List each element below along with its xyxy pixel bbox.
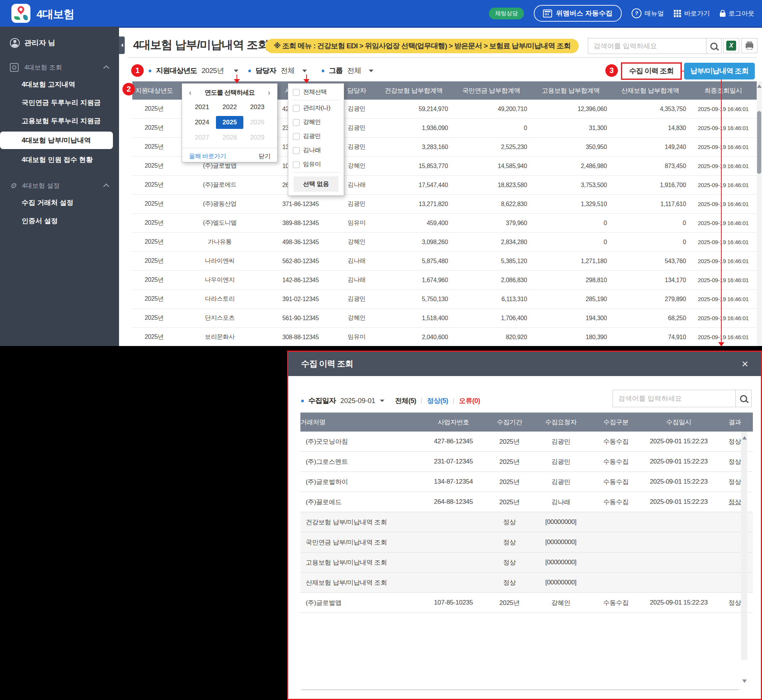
auto-collect-button[interactable]: 위멤버스 자동수집	[534, 5, 622, 22]
table-row[interactable]: 2025년나우이엔지142-86-12345김나래1,674,9602,086,…	[132, 271, 757, 290]
chevron-up-icon[interactable]	[103, 184, 110, 190]
year-option[interactable]: 2027	[188, 131, 216, 144]
manager-option[interactable]: 임유미	[288, 157, 344, 171]
manual-button[interactable]: ? 매뉴얼	[632, 8, 664, 18]
chevron-down-icon[interactable]	[234, 70, 238, 72]
cell: 김나래	[530, 498, 591, 506]
tab-all[interactable]: 전체(5)	[395, 396, 416, 405]
history-row[interactable]: (주)글로벌하이134-87-123542025년김광민수동수집2025-09-…	[300, 472, 753, 492]
sidebar-item[interactable]: 4대보험 납부/미납내역	[0, 132, 113, 149]
manager-option[interactable]: 김광민	[288, 129, 344, 143]
tab-error[interactable]: 오류(0)	[459, 396, 480, 405]
tab-normal[interactable]: 정상(5)	[427, 396, 448, 405]
collect-history-button[interactable]: 수집 이력 조회	[622, 63, 681, 79]
close-icon[interactable]: ×	[741, 358, 748, 370]
filter-year: 지원대상년도 2025년	[149, 64, 238, 78]
history-row[interactable]: 고용보험 납부/미납내역 조회정상[00000000]	[300, 552, 753, 573]
checkbox-icon[interactable]	[293, 119, 300, 126]
table-row[interactable]: 2025년나라이엔씨562-80-12345김나래5,875,4805,385,…	[132, 252, 757, 271]
chevron-up-icon[interactable]	[103, 65, 110, 71]
sidebar-item[interactable]: 4대보험 민원 접수 현황	[0, 151, 119, 168]
print-button[interactable]	[741, 38, 757, 53]
goto-this-year-link[interactable]: 올해 바로가기	[189, 152, 226, 160]
table-row[interactable]: 2025년(주)광동산업371-86-12345김광민13,271,8208,6…	[132, 195, 757, 214]
history-row[interactable]: (주)글로벌앱107-85-102352025년강혜인수동수집2025-09-0…	[300, 593, 753, 613]
year-option[interactable]: 2021	[188, 101, 216, 114]
search-input[interactable]	[588, 38, 706, 54]
year-option[interactable]: 2023	[243, 101, 271, 114]
prev-year-icon[interactable]: ‹	[189, 88, 192, 97]
history-row[interactable]: 산재보험 납부/미납내역 조회정상[00000000]	[300, 573, 753, 593]
cell: 2025-09-19 16:46:01	[690, 201, 757, 207]
history-row[interactable]: 건강보험 납부/미납내역 조회정상[00000000]	[300, 512, 753, 532]
manager-dropdown[interactable]: 전체	[281, 66, 295, 76]
collect-date-dropdown[interactable]: 2025-09-01	[340, 397, 375, 405]
select-all-option[interactable]: 전체선택	[288, 84, 344, 99]
annotation-box-3: 수집 이력 조회	[621, 62, 682, 80]
next-year-icon[interactable]: ›	[268, 88, 270, 97]
manager-option[interactable]: 강혜인	[288, 115, 344, 129]
chat-consult-button[interactable]: 채팅상담	[489, 8, 524, 19]
result-link[interactable]: 정상	[717, 498, 753, 506]
chevron-down-icon[interactable]	[302, 70, 307, 72]
year-dropdown[interactable]: 2025년	[202, 66, 224, 76]
chevron-down-icon[interactable]	[380, 400, 384, 402]
modal-search-button[interactable]	[735, 390, 751, 407]
cell: 8,622,830	[452, 201, 531, 208]
query-button[interactable]: 납부/미납내역 조회	[684, 63, 755, 79]
history-row[interactable]: (주)끌로에드264-88-123452025년김나래수동수집2025-09-0…	[300, 492, 753, 512]
scrollbar-thumb[interactable]	[757, 111, 761, 174]
sidebar-item[interactable]: 국민연금 두루누리 지원금	[0, 94, 119, 111]
table-row[interactable]: 2025년(주)엘도니엘389-88-12345임유미459,400379,96…	[132, 214, 757, 233]
group-dropdown[interactable]: 전체	[347, 66, 361, 76]
annotation-circle-3: 3	[605, 64, 618, 77]
scrollbar[interactable]	[741, 432, 747, 660]
search-button[interactable]	[706, 38, 721, 54]
table-row[interactable]: 2025년가나유통498-36-12345강혜인3,098,2602,834,2…	[132, 233, 757, 252]
year-option[interactable]: 2025	[216, 116, 244, 129]
modal-search-input[interactable]	[613, 390, 735, 407]
cell: 2025년	[132, 219, 176, 227]
cell: 김나래	[338, 276, 376, 284]
scroll-down-icon[interactable]	[742, 679, 747, 683]
history-row[interactable]: (주)그로스멘트231-07-123452025년김광민수동수집2025-09-…	[300, 452, 753, 472]
manager-options: 관리자(나)강혜인김광민김나래임유미	[288, 101, 344, 171]
logout-button[interactable]: 로그아웃	[720, 9, 754, 18]
excel-export-button[interactable]: X	[723, 38, 739, 53]
sidebar-item[interactable]: 고용보험 두루누리 지원금	[0, 112, 119, 130]
checkbox-icon[interactable]	[293, 147, 300, 154]
cell: 정상	[489, 558, 530, 567]
close-year-popup-button[interactable]: 닫기	[259, 152, 270, 160]
year-option[interactable]: 2024	[188, 116, 216, 129]
table-row[interactable]: 2025년(주)끌로에드264-88-12345김나래17,547,44018,…	[132, 176, 757, 195]
sidebar-collapse-button[interactable]	[119, 37, 125, 54]
checkbox-icon[interactable]	[293, 161, 300, 168]
checkbox-icon[interactable]	[293, 105, 300, 112]
table-row[interactable]: 2025년다라스토리391-02-12345김광민5,750,1306,113,…	[132, 290, 757, 309]
checkbox-icon[interactable]	[293, 133, 300, 140]
chevron-down-icon[interactable]	[369, 70, 373, 72]
sidebar-group-header[interactable]: ⚙4대보험 설정	[0, 178, 119, 193]
cell: 보리문화사	[176, 333, 264, 341]
year-option[interactable]: 2026	[243, 116, 271, 129]
table-row[interactable]: 2025년보리문화사308-88-12345임유미2,040,600820,92…	[132, 328, 757, 346]
shortcut-button[interactable]: 바로가기	[674, 9, 710, 18]
checkbox-icon[interactable]	[293, 89, 300, 96]
clear-selection-button[interactable]: 선택 없음	[294, 176, 338, 192]
sidebar-item[interactable]: 4대보험 고지내역	[0, 76, 119, 93]
modal-header: 수집 이력 조회 ×	[288, 352, 761, 376]
year-option[interactable]: 2029	[243, 131, 271, 144]
manager-option[interactable]: 김나래	[288, 143, 344, 157]
cell: 2025년	[132, 314, 176, 322]
year-option[interactable]: 2022	[216, 101, 244, 114]
history-row[interactable]: 국민연금 납부/미납내역 조회정상[00000000]	[300, 532, 753, 552]
table-row[interactable]: 2025년단지스포츠561-90-12345강혜인1,518,4001,706,…	[132, 309, 757, 328]
scroll-up-icon[interactable]	[757, 84, 762, 88]
manager-option[interactable]: 관리자(나)	[288, 101, 344, 115]
scroll-up-icon[interactable]	[742, 436, 747, 440]
sidebar-group-header[interactable]: 4대보험 조회	[0, 60, 119, 75]
year-option[interactable]: 2028	[216, 131, 244, 144]
sidebar-item[interactable]: 수집 거래처 설정	[0, 194, 119, 211]
sidebar-item[interactable]: 인증서 설정	[0, 212, 119, 230]
history-row[interactable]: (주)굿모닝아침427-86-123452025년김광민수동수집2025-09-…	[300, 432, 753, 452]
